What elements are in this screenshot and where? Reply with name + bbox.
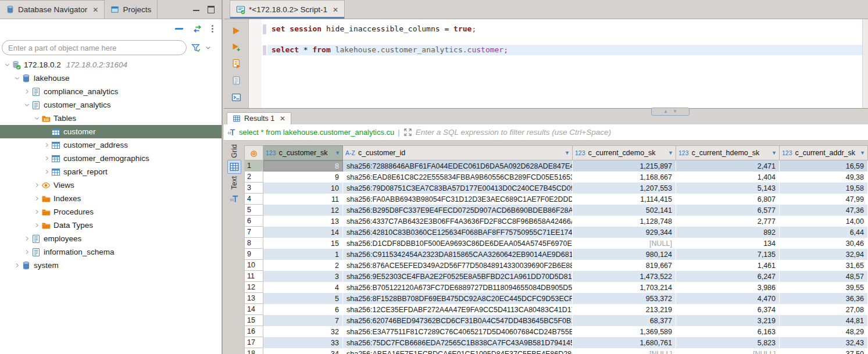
expand-filter-icon[interactable] — [403, 128, 412, 137]
grid-cell-addr[interactable]: 48,57 — [780, 271, 868, 282]
chevron-down-icon[interactable] — [205, 44, 212, 51]
grid-cell-id[interactable]: sha256:12CE35EFDABF272A4A47E9FA9CC5D4113… — [343, 304, 573, 315]
execute-statement-icon[interactable] — [231, 26, 241, 35]
grid-cell-addr[interactable]: 19,58 — [780, 183, 868, 194]
chevron-right-icon[interactable] — [33, 182, 41, 188]
grid-cell-sk[interactable]: 6 — [263, 304, 343, 315]
row-number[interactable]: 5 — [244, 205, 263, 216]
row-number[interactable]: 6 — [244, 216, 263, 227]
grid-cell-cdemo[interactable]: 213,219 — [573, 304, 676, 315]
view-toggle-grid[interactable]: Grid — [227, 144, 241, 174]
grid-cell-hdemo[interactable]: 892 — [676, 227, 780, 238]
tree-item-customer[interactable]: customer — [0, 125, 222, 138]
chevron-right-icon[interactable] — [23, 249, 31, 255]
collapse-all-icon[interactable] — [175, 28, 184, 30]
grid-cell-sk[interactable]: 3 — [263, 271, 343, 282]
grid-cell-id[interactable]: sha256:4337C7AB6432E3B06FF4A3636FD2F8CC8… — [343, 216, 573, 227]
link-with-editor-icon[interactable] — [192, 24, 202, 34]
grid-cell-addr[interactable]: 44,81 — [780, 315, 868, 326]
grid-cell-hdemo[interactable]: 1,404 — [676, 171, 780, 183]
grid-cell-hdemo[interactable]: 1,461 — [676, 260, 780, 271]
grid-cell-cdemo[interactable]: 1,473,522 — [573, 271, 676, 282]
grid-cell-cdemo[interactable]: 980,124 — [573, 249, 676, 260]
grid-cell-sk[interactable]: 34 — [263, 348, 343, 354]
grid-cell-id[interactable]: sha256:8F1528BB708DF69EB475DC92A8C20EC44… — [343, 293, 573, 304]
grid-cell-hdemo[interactable]: 6,247 — [676, 271, 780, 282]
grid-cell-cdemo[interactable]: 953,372 — [573, 293, 676, 304]
grid-cell-hdemo[interactable]: 7,135 — [676, 249, 780, 260]
chevron-right-icon[interactable] — [42, 155, 51, 162]
code-line-1[interactable]: set session hide_inaccessible_columns = … — [267, 24, 862, 34]
grid-cell-hdemo[interactable]: 2,471 — [676, 160, 780, 171]
row-number[interactable]: 4 — [244, 194, 263, 205]
grid-cell-addr[interactable]: 14,00 — [780, 216, 868, 227]
tree-item-employees[interactable]: employees — [0, 232, 222, 245]
grid-cell-hdemo[interactable]: 2,777 — [676, 216, 780, 227]
grid-corner-cell[interactable]: ◎ — [244, 145, 263, 160]
chevron-right-icon[interactable] — [23, 235, 31, 242]
grid-cell-hdemo[interactable]: 6,163 — [676, 326, 780, 337]
grid-cell-hdemo[interactable]: 6,374 — [676, 304, 780, 315]
column-dropdown-icon[interactable]: ▼ — [565, 150, 570, 156]
tree-item-views[interactable]: Views — [0, 178, 222, 192]
tree-item-procedures[interactable]: Procedures — [0, 205, 222, 219]
grid-cell-id[interactable]: sha256:EAD8E61C8C22E555834FBBA9B60556CB2… — [343, 171, 573, 183]
grid-cell-sk[interactable]: 5 — [263, 293, 343, 304]
grid-cell-id[interactable]: sha256:72888646ABF61FA044EDEC061D6DA5A09… — [343, 160, 573, 171]
grid-cell-cdemo[interactable]: 1,369,589 — [573, 326, 676, 337]
row-number[interactable]: 17 — [244, 337, 263, 348]
tree-item-information-schema[interactable]: information_schema — [0, 245, 222, 259]
editor-overview-ruler[interactable] — [862, 19, 868, 108]
grid-cell-sk[interactable]: 14 — [263, 227, 343, 238]
grid-cell-id[interactable]: sha256:ABEA16E7E1ECBDCA6E01CE1095D84E37C… — [343, 348, 573, 354]
grid-cell-hdemo[interactable]: 6,577 — [676, 205, 780, 216]
row-number[interactable]: 9 — [244, 249, 263, 260]
tree-item-system[interactable]: system — [0, 259, 222, 272]
grid-cell-id[interactable]: sha256:42810C83B0360CE125634F068BAF8FF75… — [343, 227, 573, 238]
tree-item-172-18-0-2[interactable]: 172.18.0.2172.18.0.2:31604 — [0, 58, 222, 71]
grid-cell-addr[interactable]: 36,36 — [780, 293, 868, 304]
column-header-c-customer-id[interactable]: A-Zc_customer_id▼ — [343, 145, 573, 160]
grid-cell-sk[interactable]: 11 — [263, 194, 343, 205]
row-number[interactable]: 10 — [244, 260, 263, 271]
editor-results-splitter[interactable] — [224, 108, 868, 112]
grid-cell-addr[interactable]: 32,94 — [780, 249, 868, 260]
tab-database-navigator[interactable]: Database Navigator ✕ — [0, 0, 105, 19]
grid-cell-id[interactable]: sha256:79D08751C3EA7C83BA57D177E00413D0C… — [343, 183, 573, 194]
row-number[interactable]: 13 — [244, 293, 263, 304]
grid-cell-addr[interactable]: 30,46 — [780, 238, 868, 249]
grid-cell-addr[interactable]: 32,43 — [780, 337, 868, 348]
view-toggle-text[interactable]: Text — [227, 176, 241, 206]
minimize-icon[interactable] — [193, 8, 199, 11]
grid-cell-cdemo[interactable]: 929,344 — [573, 227, 676, 238]
chevron-down-icon[interactable] — [33, 115, 41, 121]
chevron-right-icon[interactable] — [33, 209, 41, 215]
row-number[interactable]: 14 — [244, 304, 263, 315]
chevron-right-icon[interactable] — [33, 222, 41, 228]
grid-cell-sk[interactable]: 15 — [263, 238, 343, 249]
open-sql-console-icon[interactable] — [231, 92, 241, 102]
chevron-right-icon[interactable] — [42, 169, 51, 175]
maximize-icon[interactable] — [208, 6, 215, 13]
grid-cell-id[interactable]: sha256:B295D8FC337E9E4FECD0725D907ACD6B6… — [343, 205, 573, 216]
grid-cell-addr[interactable]: 39,55 — [780, 282, 868, 293]
execute-in-new-tab-icon[interactable] — [231, 42, 241, 52]
row-number[interactable]: 11 — [244, 271, 263, 282]
row-number[interactable]: 18 — [244, 348, 263, 354]
chevron-right-icon[interactable] — [23, 88, 31, 95]
grid-cell-sk[interactable]: 13 — [263, 216, 343, 227]
tree-item-customer-address[interactable]: customer_address — [0, 138, 222, 152]
grid-cell-cdemo[interactable]: 1,215,897 — [573, 160, 676, 171]
tab-results-1[interactable]: Results 1 ✕ — [227, 112, 291, 124]
grid-cell-sk[interactable]: 32 — [263, 326, 343, 337]
grid-cell-addr[interactable]: 27,08 — [780, 304, 868, 315]
grid-cell-hdemo[interactable]: 3,986 — [676, 282, 780, 293]
grid-cell-sk[interactable]: 8 — [263, 160, 343, 171]
row-number[interactable]: 3 — [244, 183, 263, 194]
close-icon[interactable]: ✕ — [92, 6, 98, 14]
row-number[interactable]: 15 — [244, 315, 263, 326]
grid-cell-cdemo[interactable]: 502,141 — [573, 205, 676, 216]
grid-cell-id[interactable]: sha256:876ACE5EFED349A2D56F77D5084891433… — [343, 260, 573, 271]
grid-cell-cdemo[interactable]: [NULL] — [573, 238, 676, 249]
grid-cell-sk[interactable]: 10 — [263, 183, 343, 194]
